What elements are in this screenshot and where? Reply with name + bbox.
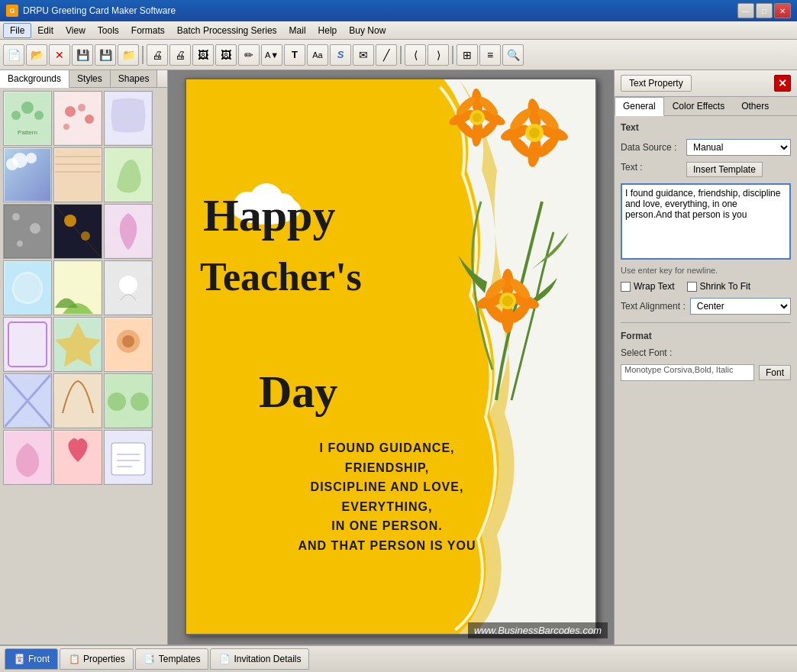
svg-point-6 xyxy=(65,106,76,117)
print2-button[interactable]: 🖨 xyxy=(169,44,191,66)
menu-mail[interactable]: Mail xyxy=(283,24,312,37)
svg-rect-5 xyxy=(55,92,101,144)
gallery-item[interactable]: Pattern xyxy=(3,91,52,146)
gallery[interactable]: Pattern xyxy=(0,88,167,645)
text-property-title[interactable]: Text Property xyxy=(621,75,692,92)
gallery-item[interactable] xyxy=(104,373,153,428)
text-textarea[interactable] xyxy=(621,183,791,260)
gallery-item[interactable] xyxy=(53,430,102,485)
text2-button[interactable]: Aa xyxy=(307,44,328,66)
gallery-item[interactable] xyxy=(53,260,102,315)
color-button[interactable]: A▼ xyxy=(261,44,282,66)
app-icon: G xyxy=(6,5,18,17)
data-source-select[interactable]: Manual Database xyxy=(686,139,791,156)
menu-formats[interactable]: Formats xyxy=(125,24,171,37)
tab-front[interactable]: 🃏 Front xyxy=(5,648,58,670)
gallery-item[interactable] xyxy=(104,430,153,485)
shrink-to-fit-check[interactable]: Shrink To Fit xyxy=(687,281,750,292)
text-property-close[interactable]: ✕ xyxy=(774,75,791,92)
font-row: Monotype Corsiva,Bold, Italic Font xyxy=(621,364,791,381)
tab-general[interactable]: General xyxy=(615,97,664,116)
gallery-item[interactable] xyxy=(3,260,52,315)
menu-buynow[interactable]: Buy Now xyxy=(343,24,392,37)
tab-templates[interactable]: 📑 Templates xyxy=(135,648,209,670)
invitation-icon: 📄 xyxy=(218,653,231,665)
tab-others[interactable]: Others xyxy=(733,97,777,115)
align-button[interactable]: ≡ xyxy=(479,44,501,66)
save-button[interactable]: 💾 xyxy=(72,44,93,66)
gallery-item[interactable] xyxy=(104,147,153,202)
wrap-text-check[interactable]: Wrap Text xyxy=(621,281,675,292)
gallery-item[interactable] xyxy=(104,204,153,259)
grid-button[interactable]: ⊞ xyxy=(457,44,478,66)
folder-button[interactable]: 📁 xyxy=(118,44,139,66)
tab-invitation[interactable]: 📄 Invitation Details xyxy=(210,648,309,670)
gallery-item[interactable] xyxy=(104,317,153,372)
menu-edit[interactable]: Edit xyxy=(31,24,60,37)
zoom-button[interactable]: 🔍 xyxy=(502,44,524,66)
front-icon: 🃏 xyxy=(13,653,25,665)
wrap-text-checkbox[interactable] xyxy=(621,282,631,292)
title-bar: G DRPU Greeting Card Maker Software — □ … xyxy=(0,0,797,21)
image-button[interactable]: 🖼 xyxy=(192,44,214,66)
tab-properties-label: Properties xyxy=(83,654,125,664)
print-button[interactable]: 🖨 xyxy=(147,44,168,66)
properties-icon: 📋 xyxy=(68,653,80,665)
text-label: Text : xyxy=(621,162,682,173)
gallery-item[interactable] xyxy=(3,317,52,372)
maximize-button[interactable]: □ xyxy=(756,3,773,18)
tab-shapes[interactable]: Shapes xyxy=(111,70,158,87)
tab-backgrounds[interactable]: Backgrounds xyxy=(0,70,69,88)
nav1-button[interactable]: ⟨ xyxy=(405,44,426,66)
divider xyxy=(621,322,791,323)
menu-help[interactable]: Help xyxy=(312,24,344,37)
menu-tools[interactable]: Tools xyxy=(92,24,125,37)
insert-template-button[interactable]: Insert Template xyxy=(686,162,763,177)
menu-batch[interactable]: Batch Processing Series xyxy=(171,24,283,37)
text-alignment-label: Text Alignment : xyxy=(621,301,686,312)
flower-decoration xyxy=(359,79,595,415)
tab-properties[interactable]: 📋 Properties xyxy=(60,648,134,670)
text-alignment-select[interactable]: Center Left Right xyxy=(690,298,791,315)
new-button[interactable]: 📄 xyxy=(3,44,24,66)
pencil-button[interactable]: ✏ xyxy=(238,44,260,66)
gallery-item[interactable] xyxy=(3,373,52,428)
gallery-item[interactable] xyxy=(53,91,102,146)
minimize-button[interactable]: — xyxy=(737,3,754,18)
wordart-button[interactable]: S xyxy=(330,44,351,66)
svg-rect-44 xyxy=(55,375,101,427)
text-button[interactable]: T xyxy=(284,44,305,66)
gallery-item[interactable] xyxy=(53,204,102,259)
close-button[interactable]: ✕ xyxy=(774,3,791,18)
save2-button[interactable]: 💾 xyxy=(95,44,116,66)
menu-file[interactable]: File xyxy=(3,23,31,38)
nav2-button[interactable]: ⟩ xyxy=(428,44,449,66)
email-button[interactable]: ✉ xyxy=(353,44,374,66)
main-content: Backgrounds Styles Shapes Pattern xyxy=(0,70,797,645)
gallery-item[interactable] xyxy=(53,147,102,202)
sep2 xyxy=(400,46,402,64)
menu-view[interactable]: View xyxy=(60,24,92,37)
card-text-body: I FOUND GUIDANCE,FRIENDSHIP,DISCIPLINE A… xyxy=(202,438,573,556)
svg-point-3 xyxy=(34,111,44,120)
svg-point-47 xyxy=(131,393,149,411)
svg-point-2 xyxy=(11,111,21,120)
gallery-item[interactable] xyxy=(104,91,153,146)
text-property-body: Text Data Source : Manual Database Text … xyxy=(615,116,797,387)
tab-styles[interactable]: Styles xyxy=(69,70,111,87)
delete-button[interactable]: ✕ xyxy=(49,44,70,66)
gallery-item[interactable] xyxy=(3,147,52,202)
right-panel: Text Property ✕ General Color Effects Ot… xyxy=(614,70,797,645)
image2-button[interactable]: 🖼 xyxy=(215,44,237,66)
gallery-item[interactable] xyxy=(53,317,102,372)
gallery-item[interactable] xyxy=(3,430,52,485)
gallery-item[interactable] xyxy=(3,204,52,259)
canvas-area[interactable]: Happy Teacher's Day I FOUND GUIDANCE,FRI… xyxy=(168,70,614,645)
font-button[interactable]: Font xyxy=(759,365,791,380)
gallery-item[interactable] xyxy=(53,373,102,428)
shrink-to-fit-checkbox[interactable] xyxy=(687,282,697,292)
line-button[interactable]: ╱ xyxy=(376,44,397,66)
gallery-item[interactable] xyxy=(104,260,153,315)
tab-color-effects[interactable]: Color Effects xyxy=(664,97,733,115)
open-button[interactable]: 📂 xyxy=(26,44,47,66)
